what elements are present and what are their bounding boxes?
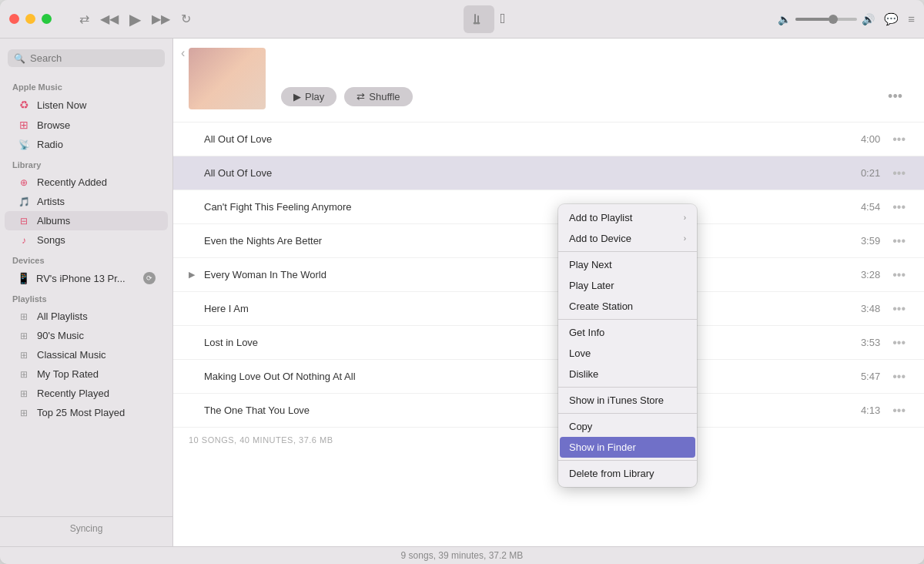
sidebar-item-label: 90's Music: [37, 330, 84, 341]
sidebar-item-label: RV's iPhone 13 Pr...: [36, 273, 137, 284]
table-row[interactable]: The One That You Love 4:13 •••: [173, 394, 924, 428]
table-row[interactable]: ▶ Every Woman In The World 3:28 •••: [173, 258, 924, 292]
song-more-button[interactable]: •••: [889, 334, 909, 351]
search-input[interactable]: [30, 52, 159, 64]
list-view-button[interactable]: ≡: [908, 12, 915, 25]
sidebar-item-artists[interactable]: 🎵 Artists: [5, 192, 168, 211]
close-button[interactable]: [9, 14, 19, 24]
context-menu-item-add-to-playlist[interactable]: Add to Playlist ›: [558, 207, 697, 228]
content-header: ▶ Play ⇄ Shuffle •••: [173, 39, 924, 123]
shuffle-button[interactable]: ⇄ Shuffle: [344, 87, 412, 106]
sidebar-item-label: Recently Played: [37, 388, 109, 399]
repeat-button[interactable]: ↻: [181, 12, 191, 26]
context-menu-item-love[interactable]: Love: [558, 343, 697, 364]
song-more-button[interactable]: •••: [889, 300, 909, 317]
context-menu-item-get-info[interactable]: Get Info: [558, 322, 697, 343]
transport-controls: ⇄ ◀◀ ▶ ▶▶ ↻: [79, 10, 191, 29]
context-menu: Add to Playlist › Add to Device › Play N…: [558, 204, 697, 487]
sidebar-item-label: Artists: [37, 196, 65, 207]
context-menu-item-add-to-device[interactable]: Add to Device ›: [558, 228, 697, 249]
play-icon: ▶: [293, 91, 301, 102]
context-menu-item-dislike[interactable]: Dislike: [558, 364, 697, 384]
prev-button[interactable]: ◀◀: [100, 12, 119, 26]
song-more-button[interactable]: •••: [889, 267, 909, 284]
context-menu-item-create-station[interactable]: Create Station: [558, 296, 697, 317]
now-playing-icon[interactable]: [464, 5, 494, 33]
songs-icon: ♪: [17, 235, 31, 246]
submenu-arrow-icon: ›: [684, 234, 686, 243]
sidebar-item-recently-played[interactable]: ⊞ Recently Played: [5, 384, 168, 403]
song-more-button[interactable]: •••: [889, 402, 909, 419]
song-more-button[interactable]: •••: [889, 233, 909, 250]
context-menu-item-copy[interactable]: Copy: [558, 416, 697, 437]
song-title: The One That You Love: [204, 405, 852, 416]
context-menu-item-play-next[interactable]: Play Next: [558, 254, 697, 275]
volume-control[interactable]: 🔈 🔊: [778, 13, 875, 25]
table-row[interactable]: Here I Am 3:48 •••: [173, 292, 924, 326]
song-title: Lost in Love: [204, 337, 852, 348]
sidebar-item-all-playlists[interactable]: ⊞ All Playlists: [5, 307, 168, 326]
app-window: ⇄ ◀◀ ▶ ▶▶ ↻  🔈: [0, 0, 924, 564]
apple-logo: : [500, 11, 506, 27]
song-title: All Out Of Love: [204, 167, 852, 179]
back-button[interactable]: ‹: [181, 46, 185, 60]
sidebar-item-albums[interactable]: ⊟ Albums: [5, 211, 168, 230]
context-menu-item-play-later[interactable]: Play Later: [558, 275, 697, 296]
sidebar-item-classical-music[interactable]: ⊞ Classical Music: [5, 345, 168, 364]
sidebar-item-device[interactable]: 📱 RV's iPhone 13 Pr... ⟳: [5, 268, 168, 288]
volume-slider[interactable]: [795, 18, 857, 21]
titlebar: ⇄ ◀◀ ▶ ▶▶ ↻  🔈: [0, 0, 924, 39]
song-duration: 3:59: [852, 235, 880, 247]
svg-rect-0: [474, 14, 476, 23]
song-duration: 4:13: [852, 405, 880, 416]
all-playlists-icon: ⊞: [17, 311, 31, 322]
sidebar-item-top-25-most-played[interactable]: ⊞ Top 25 Most Played: [5, 403, 168, 422]
sidebar-item-songs[interactable]: ♪ Songs: [5, 230, 168, 250]
search-container[interactable]: 🔍: [8, 49, 165, 67]
song-duration: 3:53: [852, 337, 880, 348]
play-button[interactable]: ▶: [129, 10, 141, 29]
shuffle-button[interactable]: ⇄: [79, 12, 89, 26]
sidebar-item-90s-music[interactable]: ⊞ 90's Music: [5, 326, 168, 345]
context-menu-item-delete-from-library[interactable]: Delete from Library: [558, 463, 697, 484]
song-more-button[interactable]: •••: [889, 368, 909, 385]
recently-added-icon: ⊕: [17, 177, 31, 188]
next-button[interactable]: ▶▶: [152, 12, 170, 26]
album-art: [189, 48, 266, 109]
sidebar-item-browse[interactable]: ⊞ Browse: [5, 115, 168, 135]
minimize-button[interactable]: [25, 14, 35, 24]
traffic-lights: [9, 14, 52, 24]
table-row[interactable]: Lost in Love 3:53 •••: [173, 326, 924, 360]
table-row[interactable]: All Out Of Love 0:21 •••: [173, 156, 924, 190]
sidebar-item-label: Classical Music: [37, 349, 106, 361]
context-menu-item-show-in-finder[interactable]: Show in Finder: [560, 437, 695, 458]
song-duration: 5:47: [852, 371, 880, 382]
context-menu-label: Get Info: [569, 327, 604, 338]
table-row[interactable]: Even the Nights Are Better 3:59 •••: [173, 224, 924, 258]
song-more-button[interactable]: •••: [889, 165, 909, 182]
sidebar-item-my-top-rated[interactable]: ⊞ My Top Rated: [5, 364, 168, 384]
sidebar-item-label: My Top Rated: [37, 368, 99, 380]
song-duration: 3:48: [852, 303, 880, 314]
song-more-button[interactable]: •••: [889, 131, 909, 148]
sidebar-item-recently-added[interactable]: ⊕ Recently Added: [5, 173, 168, 192]
table-row[interactable]: All Out Of Love 4:00 •••: [173, 123, 924, 156]
sidebar-item-radio[interactable]: 📡 Radio: [5, 135, 168, 154]
sidebar-item-listen-now[interactable]: ♻ Listen Now: [5, 95, 168, 115]
table-row[interactable]: Making Love Out Of Nothing At All 5:47 •…: [173, 360, 924, 394]
classical-music-icon: ⊞: [17, 350, 31, 361]
browse-icon: ⊞: [17, 119, 31, 131]
svg-point-3: [476, 22, 480, 24]
song-more-button[interactable]: •••: [889, 199, 909, 216]
context-menu-label: Play Later: [569, 280, 614, 291]
section-label-library: Library: [0, 154, 172, 173]
play-button[interactable]: ▶ Play: [281, 87, 336, 106]
context-menu-label: Add to Device: [569, 233, 631, 244]
context-menu-item-show-itunes-store[interactable]: Show in iTunes Store: [558, 390, 697, 411]
sidebar: 🔍 Apple Music ♻ Listen Now ⊞ Browse 📡 Ra…: [0, 39, 173, 546]
lyrics-button[interactable]: 💬: [884, 12, 899, 26]
titlebar-center: : [191, 5, 778, 33]
table-row[interactable]: Can't Fight This Feeling Anymore 4:54 ••…: [173, 190, 924, 224]
maximize-button[interactable]: [42, 14, 52, 24]
more-options-button[interactable]: •••: [882, 87, 909, 106]
